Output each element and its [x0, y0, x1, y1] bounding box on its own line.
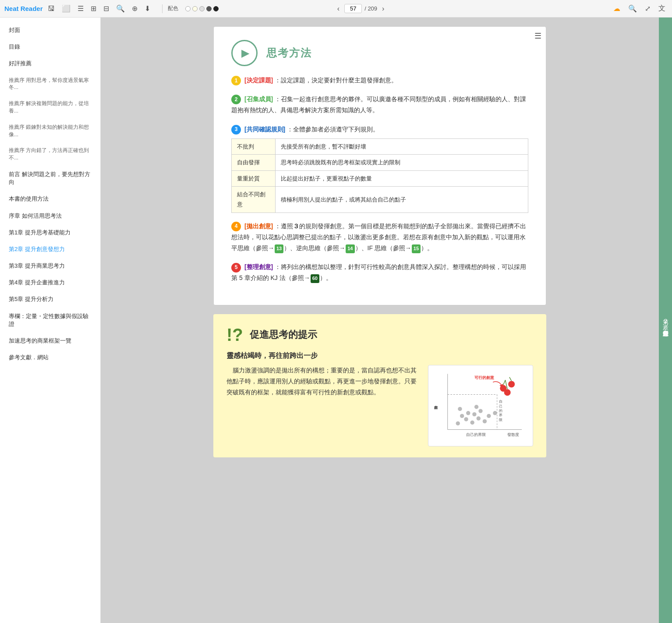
search-small-icon[interactable]: 🔍	[114, 4, 127, 14]
sidebar-item-cover[interactable]: 封面	[0, 22, 100, 39]
color-light-gray[interactable]	[199, 6, 205, 11]
step-1-num: 1	[231, 76, 241, 85]
sidebar-item-intro[interactable]: 序章 如何活用思考法	[0, 208, 100, 224]
page-separator: / 209	[364, 5, 377, 12]
bottom-subtitle: 靈感枯竭時，再往前跨出一步	[226, 351, 533, 361]
rule-desc-1: 先接受所有的創意，暫不評斷好壞	[276, 138, 528, 154]
list-icon[interactable]: ⊟	[101, 4, 111, 14]
sidebar-item-reviews[interactable]: 好評推薦	[0, 55, 100, 72]
rule-name-3: 量重於質	[232, 170, 276, 186]
exclaim-icon: !?	[226, 325, 243, 345]
step-4-label: [拋出創意]	[244, 223, 273, 230]
page-number-input[interactable]	[344, 4, 362, 13]
rule-name-1: 不批判	[232, 138, 276, 154]
step-3-text: ：全體參加者必須遵守下列規則。	[287, 126, 379, 133]
save-icon[interactable]: 🖫	[46, 4, 57, 14]
cloud-icon[interactable]: ☁	[611, 4, 622, 14]
search-zoom-icon[interactable]: ⊕	[130, 4, 140, 14]
sidebar-item-ch4[interactable]: 第4章 提升企畫推進力	[0, 274, 100, 291]
bottom-title: 促進思考的提示	[250, 328, 317, 341]
copy-icon[interactable]: ⬜	[60, 4, 73, 14]
rule-desc-3: 比起提出好點子，更重視點子的數量	[276, 170, 528, 186]
rule-name-2: 自由發揮	[232, 155, 276, 170]
expand-icon[interactable]: ⤢	[643, 4, 653, 14]
sidebar-item-rec2[interactable]: 推薦序 解決複雜問題的能力，從培養...	[0, 96, 100, 119]
divider1	[162, 4, 163, 13]
bottom-header: !? 促進思考的提示	[226, 325, 533, 345]
rules-table: 不批判 先接受所有的創意，暫不評斷好壞 自由發揮 思考時必須跳脫既有的思考框架或…	[231, 138, 528, 213]
app-brand: Neat Reader 🖫 ⬜ ☰ ⊞ ⊟ 🔍 ⊕ ⬇	[4, 4, 152, 14]
sidebar-item-ch5[interactable]: 第5章 提升分析力	[0, 291, 100, 308]
step-3: 3 [共同確認規則] ：全體參加者必須遵守下列規則。 不批判 先接受所有的創意，…	[231, 124, 528, 213]
sidebar-item-column[interactable]: 專欄：定量・定性數據與假設驗證	[0, 308, 100, 333]
step-4-ref3: ３	[293, 223, 299, 230]
sidebar-item-framework[interactable]: 加速思考的商業框架一覽	[0, 333, 100, 349]
color-dark-gray[interactable]	[206, 6, 212, 11]
color-black[interactable]	[213, 6, 219, 11]
table-row: 量重於質 比起提出好點子，更重視點子的數量	[232, 170, 528, 186]
step-5-num: 5	[231, 263, 241, 273]
svg-text:己: 己	[499, 404, 502, 408]
color-selector	[185, 6, 219, 11]
sidebar-item-usage[interactable]: 本書的使用方法	[0, 191, 100, 207]
svg-point-7	[460, 414, 464, 418]
ref-60: 60	[311, 274, 319, 283]
ref-13: 13	[275, 244, 283, 253]
ref-15: 15	[412, 244, 421, 253]
svg-text:自: 自	[499, 399, 502, 404]
step-2: 2 [召集成員] ：召集一起進行創意思考的夥伴。可以廣邀各種不同類型的成員，例如…	[231, 94, 528, 116]
rule-name-4: 結合不同創意	[232, 186, 276, 212]
section-title: 思考方法	[266, 46, 312, 60]
sidebar-item-rec1[interactable]: 推薦序 用對思考，幫你度過景氣寒冬...	[0, 72, 100, 96]
sidebar-item-references[interactable]: 參考文獻．網站	[0, 349, 100, 366]
toolbar: Neat Reader 🖫 ⬜ ☰ ⊞ ⊟ 🔍 ⊕ ⬇ 配色 ‹ / 209 ›…	[0, 0, 672, 18]
svg-point-10	[466, 411, 470, 415]
settings-icon[interactable]: 文	[656, 3, 668, 14]
svg-point-12	[478, 409, 482, 413]
right-chapter-tab[interactable]: 第２章／提升創意發想能力	[659, 18, 672, 623]
bottom-text: 腦力激盪強調的是拋出所有的構想；重要的是，當自認再也想不出其他點子時，應該運用別…	[226, 365, 419, 446]
prev-page-button[interactable]: ‹	[335, 4, 342, 14]
play-button[interactable]	[231, 40, 258, 66]
color-white[interactable]	[185, 6, 191, 11]
grid-icon[interactable]: ⊞	[88, 4, 99, 14]
svg-text:創意的廣度: 創意的廣度	[434, 406, 438, 410]
sidebar-item-ch3[interactable]: 第3章 提升商業思考力	[0, 258, 100, 274]
svg-point-5	[464, 417, 468, 421]
svg-point-9	[483, 419, 487, 423]
reader-area[interactable]: ☰ 思考方法 1 [決定課題] ：設定課題，決定要針對什麼主題發揮創意。 2 […	[101, 18, 659, 623]
sidebar-item-ch2[interactable]: 第2章 提升創意發想力	[0, 241, 100, 258]
svg-point-15	[458, 407, 462, 411]
svg-point-19	[504, 389, 511, 396]
rule-desc-4: 積極利用別人提出的點子，或將其結合自己的點子	[276, 186, 528, 212]
svg-text:限: 限	[499, 417, 502, 421]
svg-point-6	[470, 420, 474, 424]
sidebar-item-rec4[interactable]: 推薦序 方向錯了，方法再正確也到不...	[0, 142, 100, 166]
next-page-button[interactable]: ›	[380, 4, 386, 14]
page-navigation: ‹ / 209 ›	[335, 4, 387, 14]
download-icon[interactable]: ⬇	[142, 4, 152, 14]
page-card-thinking: ☰ 思考方法 1 [決定課題] ：設定課題，決定要針對什麼主題發揮創意。 2 […	[213, 26, 546, 305]
table-row: 不批判 先接受所有的創意，暫不評斷好壞	[232, 138, 528, 154]
toolbar-right: ☁ 🔍 ⤢ 文	[611, 3, 668, 14]
sidebar-item-rec3[interactable]: 推薦序 鍛鍊對未知的解決能力和想像...	[0, 119, 100, 143]
sidebar: 封面 目錄 好評推薦 推薦序 用對思考，幫你度過景氣寒冬... 推薦序 解決複雜…	[0, 18, 101, 623]
search-right-icon[interactable]: 🔍	[626, 4, 639, 14]
rule-desc-2: 思考時必須跳脫既有的思考框架或現實上的限制	[276, 155, 528, 170]
svg-point-8	[477, 416, 481, 420]
menu-icon[interactable]: ☰	[75, 4, 86, 14]
svg-point-13	[487, 414, 491, 418]
step-1-text: ：設定課題，決定要針對什麼主題發揮創意。	[275, 77, 397, 84]
card-menu-icon[interactable]: ☰	[534, 31, 541, 41]
color-light-yellow[interactable]	[192, 6, 198, 11]
bottom-content: 腦力激盪強調的是拋出所有的構想；重要的是，當自認再也想不出其他點子時，應該運用別…	[226, 365, 533, 446]
sidebar-item-ch1[interactable]: 第1章 提升思考基礎能力	[0, 224, 100, 241]
table-row: 結合不同創意 積極利用別人提出的點子，或將其結合自己的點子	[232, 186, 528, 212]
step-5-text: ：將列出的構想加以整理，針對可行性較高的創意具體深入探討。整理構想的時候，可以採…	[231, 263, 526, 281]
svg-point-16	[474, 405, 478, 409]
step-1: 1 [決定課題] ：設定課題，決定要針對什麼主題發揮創意。	[231, 75, 528, 86]
sidebar-item-preface[interactable]: 前言 解決問題之前，要先想對方向	[0, 166, 100, 191]
svg-point-11	[472, 412, 476, 416]
sidebar-item-toc[interactable]: 目錄	[0, 39, 100, 55]
svg-text:自己的界限: 自己的界限	[466, 432, 486, 436]
